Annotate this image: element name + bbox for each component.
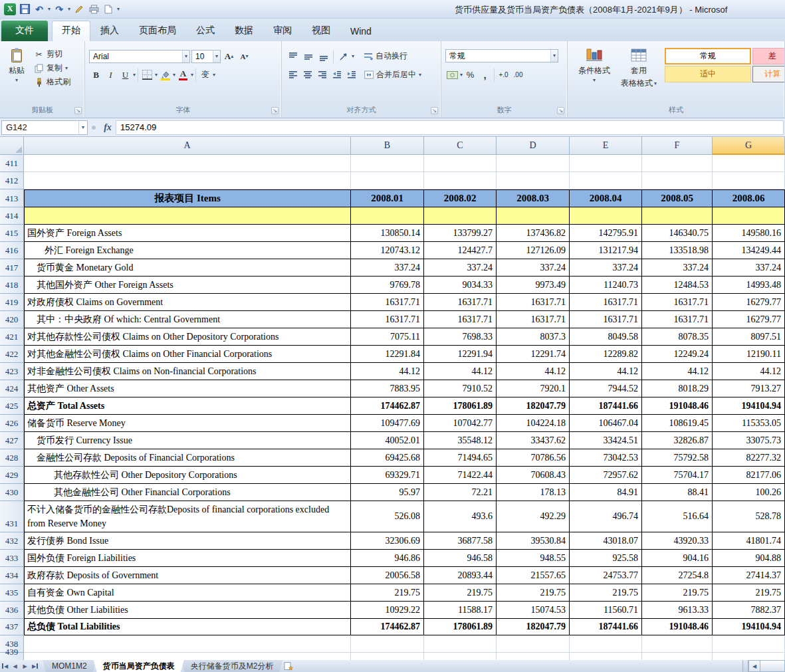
- italic-button[interactable]: I: [104, 68, 118, 82]
- pencil-icon[interactable]: [73, 3, 85, 15]
- cell-D426[interactable]: 104224.18: [497, 415, 570, 432]
- cell-G421[interactable]: 8097.51: [713, 328, 785, 346]
- cell-C414[interactable]: [424, 207, 497, 225]
- paste-dropdown-icon[interactable]: ▾: [15, 78, 18, 83]
- cell-E411[interactable]: [570, 155, 642, 172]
- cell-B432[interactable]: 32306.69: [351, 532, 424, 550]
- column-header-a[interactable]: A: [24, 137, 351, 155]
- cell-C438[interactable]: [424, 635, 497, 653]
- undo-icon[interactable]: ↶: [33, 3, 45, 15]
- align-center-icon[interactable]: [300, 68, 314, 82]
- cell-B415[interactable]: 130850.14: [351, 225, 424, 242]
- copy-button[interactable]: 复制▾: [32, 61, 72, 75]
- cell-B438[interactable]: [351, 635, 424, 653]
- name-box-dropdown-icon[interactable]: ▾: [78, 121, 87, 134]
- row-header-416[interactable]: 416: [0, 242, 24, 259]
- cell-B411[interactable]: [351, 155, 424, 172]
- cell-style-neutral[interactable]: 适中: [665, 66, 751, 82]
- cell-B436[interactable]: 10929.22: [351, 602, 424, 619]
- cell-G420[interactable]: 16279.77: [713, 311, 785, 328]
- clipboard-launcher-icon[interactable]: ↘: [74, 107, 82, 114]
- merge-center-button[interactable]: 合并后居中▾: [362, 68, 423, 82]
- cell-F417[interactable]: 337.24: [642, 259, 713, 277]
- cell-G432[interactable]: 41801.74: [713, 532, 785, 550]
- font-family-combo[interactable]: Arial▾: [89, 50, 190, 63]
- cell-C424[interactable]: 7910.52: [424, 380, 497, 397]
- align-left-icon[interactable]: [286, 68, 300, 82]
- new-document-icon[interactable]: [102, 3, 114, 15]
- ribbon-tab-file[interactable]: 文件: [1, 21, 48, 41]
- cell-A425[interactable]: 总资产 Total Assets: [24, 397, 351, 415]
- cell-C416[interactable]: 124427.7: [424, 242, 497, 259]
- cell-G423[interactable]: 44.12: [713, 363, 785, 380]
- row-header-439[interactable]: 439: [0, 653, 24, 660]
- cell-C421[interactable]: 7698.33: [424, 328, 497, 346]
- cell-D416[interactable]: 127126.09: [497, 242, 570, 259]
- print-icon[interactable]: [88, 3, 100, 15]
- cell-B434[interactable]: 20056.58: [351, 567, 424, 584]
- cell-E435[interactable]: 219.75: [570, 584, 642, 602]
- font-family-dropdown-icon[interactable]: ▾: [182, 51, 189, 62]
- row-header-417[interactable]: 417: [0, 259, 24, 277]
- ribbon-tab-review[interactable]: 审阅: [263, 21, 302, 41]
- ribbon-tab-insert[interactable]: 插入: [90, 21, 129, 41]
- cell-A431[interactable]: 不计入储备货币的金融性公司存款Deposits of financial cor…: [24, 501, 351, 532]
- cell-B426[interactable]: 109477.69: [351, 415, 424, 432]
- cell-E436[interactable]: 11560.71: [570, 602, 642, 619]
- cell-C413[interactable]: 2008.02: [424, 189, 497, 207]
- align-bottom-icon[interactable]: [316, 49, 330, 63]
- cell-F419[interactable]: 16317.71: [642, 294, 713, 311]
- cell-G439[interactable]: [713, 653, 785, 660]
- cell-G412[interactable]: [713, 172, 785, 189]
- conditional-formatting-dropdown-icon[interactable]: ▾: [593, 78, 596, 83]
- cell-C417[interactable]: 337.24: [424, 259, 497, 277]
- cell-G425[interactable]: 194104.94: [713, 397, 785, 415]
- row-header-420[interactable]: 420: [0, 311, 24, 328]
- cell-D423[interactable]: 44.12: [497, 363, 570, 380]
- cell-D411[interactable]: [497, 155, 570, 172]
- cell-G419[interactable]: 16279.77: [713, 294, 785, 311]
- format-as-table-dropdown-icon[interactable]: ▾: [654, 81, 657, 86]
- format-painter-button[interactable]: 格式刷: [32, 75, 72, 89]
- cell-G415[interactable]: 149580.16: [713, 225, 785, 242]
- cell-C420[interactable]: 16317.71: [424, 311, 497, 328]
- align-top-icon[interactable]: [286, 49, 300, 63]
- cell-A436[interactable]: 其他负债 Other Liabilities: [24, 602, 351, 619]
- undo-dropdown-icon[interactable]: ▾: [48, 7, 51, 12]
- cell-G426[interactable]: 115353.05: [713, 415, 785, 432]
- paste-button[interactable]: 粘贴 ▾: [3, 48, 31, 83]
- cell-G436[interactable]: 7882.37: [713, 602, 785, 619]
- row-header-426[interactable]: 426: [0, 415, 24, 432]
- cell-B422[interactable]: 12291.84: [351, 346, 424, 363]
- cell-A430[interactable]: 其他金融性公司 Other Financial Corporations: [24, 484, 351, 501]
- row-header-431[interactable]: 431: [0, 501, 24, 532]
- cell-B412[interactable]: [351, 172, 424, 189]
- cell-C429[interactable]: 71422.44: [424, 467, 497, 484]
- row-header-424[interactable]: 424: [0, 380, 24, 397]
- accounting-dropdown-icon[interactable]: ▾: [460, 72, 463, 78]
- column-header-c[interactable]: C: [424, 137, 497, 155]
- formula-bar-splitter[interactable]: [92, 126, 96, 130]
- cell-G438[interactable]: [713, 635, 785, 653]
- cell-F431[interactable]: 516.64: [642, 501, 713, 532]
- copy-dropdown-icon[interactable]: ▾: [65, 66, 68, 71]
- cell-D419[interactable]: 16317.71: [497, 294, 570, 311]
- cell-F416[interactable]: 133518.98: [642, 242, 713, 259]
- ribbon-tab-view[interactable]: 视图: [302, 21, 340, 41]
- cell-C436[interactable]: 11588.17: [424, 602, 497, 619]
- cell-B430[interactable]: 95.97: [351, 484, 424, 501]
- underline-button[interactable]: U: [118, 68, 132, 82]
- row-header-418[interactable]: 418: [0, 277, 24, 294]
- sheet-tab-monetary-authority-balance-sheet[interactable]: 货币当局资产负债表: [94, 660, 184, 672]
- ribbon-tab-formulas[interactable]: 公式: [186, 21, 225, 41]
- cell-C412[interactable]: [424, 172, 497, 189]
- cell-F432[interactable]: 43920.33: [642, 532, 713, 550]
- row-header-412[interactable]: 412: [0, 172, 24, 189]
- cell-E425[interactable]: 187441.66: [570, 397, 642, 415]
- cell-B418[interactable]: 9769.78: [351, 277, 424, 294]
- cell-C411[interactable]: [424, 155, 497, 172]
- qat-customize-icon[interactable]: ▾: [117, 7, 120, 12]
- cell-B420[interactable]: 16317.71: [351, 311, 424, 328]
- cell-D432[interactable]: 39530.84: [497, 532, 570, 550]
- cell-C425[interactable]: 178061.89: [424, 397, 497, 415]
